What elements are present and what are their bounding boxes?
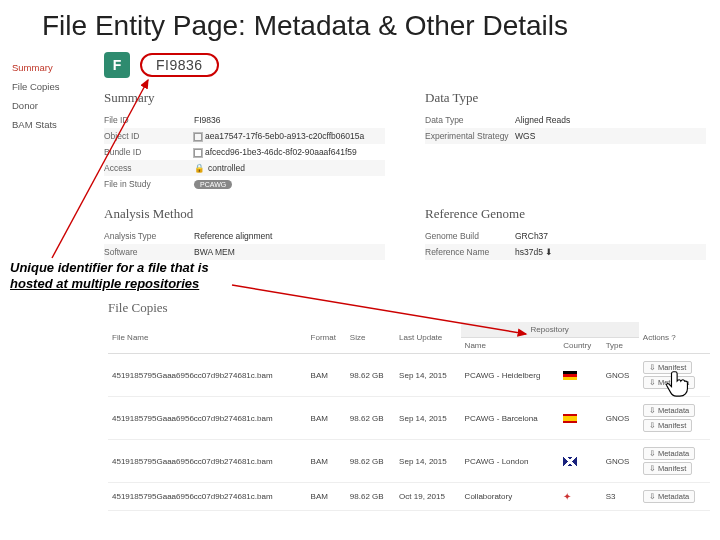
action-manifest[interactable]: ⇩ Manifest bbox=[643, 462, 692, 475]
table-row: 4519185795Gaaa6956cc07d9b274681c.bamBAM9… bbox=[108, 354, 710, 397]
col-last-update[interactable]: Last Update bbox=[395, 322, 461, 354]
cell-repo-type: S3 bbox=[602, 483, 639, 511]
reference-val[interactable]: hs37d5 ⬇ bbox=[515, 247, 706, 257]
table-row: 4519185795Gaaa6956cc07d9b274681c.bamBAM9… bbox=[108, 483, 710, 511]
cell-actions: ⇩ Metadata⇩ Manifest bbox=[639, 397, 710, 440]
reference-column: Reference Genome Genome BuildGRCh37 Refe… bbox=[425, 202, 706, 260]
cell-actions: ⇩ Manifest⇩ Metadata bbox=[639, 354, 710, 397]
cell-filename: 4519185795Gaaa6956cc07d9b274681c.bam bbox=[108, 440, 307, 483]
cell-size: 98.62 GB bbox=[346, 354, 395, 397]
cell-size: 98.62 GB bbox=[346, 440, 395, 483]
analysis-val: Reference alignment bbox=[194, 231, 385, 241]
file-id-badge: FI9836 bbox=[140, 53, 219, 77]
analysis-heading: Analysis Method bbox=[104, 206, 385, 222]
analysis-key: Software bbox=[104, 247, 194, 257]
action-metadata[interactable]: ⇩ Metadata bbox=[643, 447, 695, 460]
analysis-val: BWA MEM bbox=[194, 247, 385, 257]
cell-last-update: Oct 19, 2015 bbox=[395, 483, 461, 511]
study-badge: PCAWG bbox=[194, 180, 232, 189]
reference-val: GRCh37 bbox=[515, 231, 706, 241]
file-type-icon: F bbox=[104, 52, 130, 78]
cell-repo-country bbox=[559, 397, 601, 440]
datatype-key: Data Type bbox=[425, 115, 515, 125]
cell-repo-type: GNOS bbox=[602, 397, 639, 440]
cell-filename: 4519185795Gaaa6956cc07d9b274681c.bam bbox=[108, 483, 307, 511]
cell-format: BAM bbox=[307, 440, 346, 483]
datatype-heading: Data Type bbox=[425, 90, 706, 106]
file-entity-page: Summary File Copies Donor BAM Stats F FI… bbox=[8, 52, 712, 270]
cell-actions: ⇩ Metadata bbox=[639, 483, 710, 511]
cell-format: BAM bbox=[307, 483, 346, 511]
reference-heading: Reference Genome bbox=[425, 206, 706, 222]
table-row: 4519185795Gaaa6956cc07d9b274681c.bamBAM9… bbox=[108, 397, 710, 440]
annotation-unique-id: Unique identifier for a file that is hos… bbox=[10, 260, 270, 291]
summary-key: Access bbox=[104, 163, 194, 173]
summary-val: PCAWG bbox=[194, 179, 385, 189]
cell-repo-type: GNOS bbox=[602, 354, 639, 397]
cell-last-update: Sep 14, 2015 bbox=[395, 397, 461, 440]
summary-val: FI9836 bbox=[194, 115, 385, 125]
col-repo-name[interactable]: Name bbox=[461, 338, 560, 354]
sidebar: Summary File Copies Donor BAM Stats bbox=[8, 52, 98, 270]
cell-repo-name[interactable]: PCAWG - Heidelberg bbox=[461, 354, 560, 397]
cell-last-update: Sep 14, 2015 bbox=[395, 354, 461, 397]
summary-key: Bundle ID bbox=[104, 147, 194, 157]
datatype-key: Experimental Strategy bbox=[425, 131, 515, 141]
col-size[interactable]: Size bbox=[346, 322, 395, 354]
action-metadata[interactable]: ⇩ Metadata bbox=[643, 490, 695, 503]
summary-val: afcecd96-1be3-46dc-8f02-90aaaf641f59 bbox=[194, 147, 385, 157]
help-icon[interactable]: ? bbox=[671, 333, 675, 342]
cell-repo-type: GNOS bbox=[602, 440, 639, 483]
sidebar-item-file-copies[interactable]: File Copies bbox=[12, 77, 94, 96]
col-repo-country[interactable]: Country bbox=[559, 338, 601, 354]
summary-val: aea17547-17f6-5eb0-a913-c20cffb06015a bbox=[194, 131, 385, 141]
cell-filename: 4519185795Gaaa6956cc07d9b274681c.bam bbox=[108, 397, 307, 440]
cell-repo-country bbox=[559, 440, 601, 483]
reference-key: Reference Name bbox=[425, 247, 515, 257]
copy-icon[interactable] bbox=[194, 149, 202, 157]
analysis-key: Analysis Type bbox=[104, 231, 194, 241]
col-repo-group: Repository bbox=[461, 322, 639, 338]
cell-size: 98.62 GB bbox=[346, 483, 395, 511]
analysis-column: Analysis Method Analysis TypeReference a… bbox=[104, 202, 385, 260]
main-content: F FI9836 Summary File IDFI9836 Object ID… bbox=[98, 52, 712, 270]
file-copies-heading: File Copies bbox=[108, 300, 710, 316]
table-row: 4519185795Gaaa6956cc07d9b274681c.bamBAM9… bbox=[108, 440, 710, 483]
col-format[interactable]: Format bbox=[307, 322, 346, 354]
download-icon[interactable]: ⬇ bbox=[545, 247, 553, 257]
cell-repo-name[interactable]: Collaboratory bbox=[461, 483, 560, 511]
cell-actions: ⇩ Metadata⇩ Manifest bbox=[639, 440, 710, 483]
datatype-val: Aligned Reads bbox=[515, 115, 706, 125]
cell-last-update: Sep 14, 2015 bbox=[395, 440, 461, 483]
cell-format: BAM bbox=[307, 354, 346, 397]
file-header: F FI9836 bbox=[104, 52, 706, 78]
flag-icon bbox=[563, 371, 577, 380]
summary-key: File ID bbox=[104, 115, 194, 125]
reference-key: Genome Build bbox=[425, 231, 515, 241]
file-copies-table: File Name Format Size Last Update Reposi… bbox=[108, 322, 710, 511]
summary-val: 🔒controlled bbox=[194, 163, 385, 173]
flag-icon bbox=[563, 414, 577, 423]
action-metadata[interactable]: ⇩ Metadata bbox=[643, 404, 695, 417]
copy-icon[interactable] bbox=[194, 133, 202, 141]
cell-repo-name[interactable]: PCAWG - Barcelona bbox=[461, 397, 560, 440]
action-metadata[interactable]: ⇩ Metadata bbox=[643, 376, 695, 389]
summary-key: Object ID bbox=[104, 131, 194, 141]
slide-title: File Entity Page: Metadata & Other Detai… bbox=[0, 0, 720, 48]
flag-icon: ✦ bbox=[563, 491, 571, 502]
col-filename[interactable]: File Name bbox=[108, 322, 307, 354]
cell-filename: 4519185795Gaaa6956cc07d9b274681c.bam bbox=[108, 354, 307, 397]
summary-key: File in Study bbox=[104, 179, 194, 189]
summary-heading: Summary bbox=[104, 90, 385, 106]
sidebar-item-summary[interactable]: Summary bbox=[12, 58, 94, 77]
sidebar-item-donor[interactable]: Donor bbox=[12, 96, 94, 115]
flag-icon bbox=[563, 457, 577, 466]
cell-repo-name[interactable]: PCAWG - London bbox=[461, 440, 560, 483]
action-manifest[interactable]: ⇩ Manifest bbox=[643, 419, 692, 432]
datatype-val: WGS bbox=[515, 131, 706, 141]
cell-repo-country bbox=[559, 354, 601, 397]
cell-repo-country: ✦ bbox=[559, 483, 601, 511]
col-repo-type[interactable]: Type bbox=[602, 338, 639, 354]
action-manifest[interactable]: ⇩ Manifest bbox=[643, 361, 692, 374]
sidebar-item-bam-stats[interactable]: BAM Stats bbox=[12, 115, 94, 134]
